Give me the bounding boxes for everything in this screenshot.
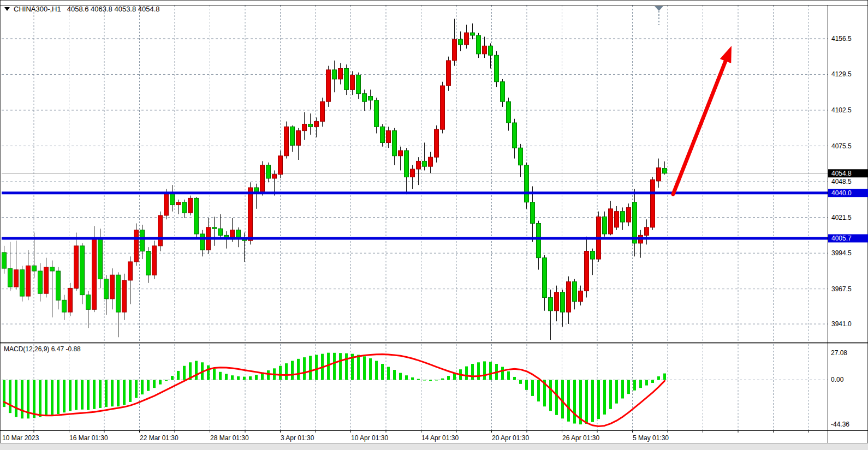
- bear-candle: [116, 275, 121, 312]
- macd-bar: [57, 380, 60, 414]
- bull-candle: [483, 46, 487, 54]
- bear-candle: [603, 217, 607, 234]
- macd-bar: [663, 374, 666, 380]
- price-axis-label: 3967.5: [831, 285, 852, 293]
- bear-candle: [561, 292, 565, 312]
- macd-bar: [483, 361, 486, 380]
- macd-bar: [447, 376, 450, 380]
- bear-candle: [621, 212, 625, 222]
- bear-candle: [200, 234, 205, 250]
- macd-bar: [183, 366, 186, 380]
- bear-candle: [56, 271, 61, 300]
- macd-bar: [303, 357, 306, 380]
- macd-axis-label: -44.36: [831, 421, 849, 428]
- bear-candle: [471, 33, 475, 35]
- macd-bar: [435, 380, 438, 380]
- macd-bar: [153, 380, 156, 388]
- price-axis-label: 4048.5: [831, 178, 852, 185]
- macd-axis-label: 27.08: [831, 349, 847, 357]
- macd-bar: [123, 380, 126, 405]
- bear-candle: [368, 97, 373, 100]
- bull-candle: [110, 275, 115, 299]
- macd-bar: [297, 359, 300, 380]
- price-axis-label: 4102.5: [831, 106, 852, 114]
- macd-bar: [423, 380, 426, 380]
- macd-bar: [357, 355, 360, 380]
- macd-bar: [429, 380, 432, 381]
- macd-bar: [147, 380, 150, 391]
- time-axis-label: 5 May 01:30: [633, 434, 669, 442]
- macd-bar: [549, 380, 552, 411]
- macd-bar: [375, 361, 378, 380]
- macd-bar: [21, 380, 23, 418]
- bear-candle: [218, 229, 223, 235]
- bull-candle: [417, 161, 421, 169]
- bear-candle: [573, 281, 577, 301]
- macd-bar: [267, 370, 270, 380]
- bull-candle: [92, 239, 97, 310]
- level-price-tag-text: 4005.7: [831, 235, 852, 242]
- macd-bar: [327, 353, 330, 380]
- bear-candle: [374, 100, 379, 127]
- bull-candle: [465, 33, 469, 45]
- bear-candle: [266, 165, 271, 178]
- chart-canvas[interactable]: 4156.54129.54102.54075.54048.54021.53994…: [0, 0, 868, 450]
- bull-candle: [441, 86, 445, 129]
- macd-bar: [345, 353, 348, 380]
- macd-bar: [657, 376, 660, 380]
- bull-candle: [453, 39, 457, 61]
- macd-bar: [105, 380, 108, 407]
- bear-candle: [591, 251, 595, 259]
- bear-candle: [98, 239, 103, 279]
- macd-bar: [477, 362, 480, 380]
- macd-bar: [555, 380, 558, 415]
- bull-candle: [585, 251, 589, 291]
- bear-candle: [308, 124, 313, 127]
- macd-bar: [129, 380, 132, 401]
- bear-candle: [254, 188, 259, 191]
- macd-bar: [471, 364, 474, 380]
- bear-candle: [194, 198, 199, 234]
- bear-candle: [236, 230, 241, 238]
- bear-candle: [344, 69, 349, 90]
- macd-bar: [603, 380, 606, 414]
- bear-candle: [459, 39, 463, 45]
- macd-bar: [39, 380, 41, 417]
- bear-candle: [182, 202, 187, 213]
- macd-bar: [531, 380, 534, 395]
- bull-candle: [435, 129, 439, 157]
- bear-candle: [2, 253, 7, 268]
- bull-candle: [657, 168, 661, 181]
- macd-bar: [513, 377, 516, 380]
- macd-bar: [87, 380, 90, 410]
- bull-candle: [320, 101, 325, 121]
- bear-candle: [32, 266, 37, 271]
- bear-candle: [537, 224, 541, 258]
- macd-bar: [585, 380, 588, 424]
- time-axis-label: 20 Apr 01:30: [492, 434, 529, 442]
- macd-bar: [93, 380, 96, 409]
- bear-candle: [80, 246, 85, 295]
- macd-bar: [207, 365, 210, 380]
- bear-candle: [381, 127, 385, 142]
- macd-bar: [195, 361, 198, 380]
- macd-bar: [369, 358, 372, 380]
- bull-candle: [26, 266, 31, 296]
- macd-bar: [75, 380, 78, 410]
- macd-bar: [249, 376, 252, 380]
- macd-bar: [177, 371, 180, 380]
- bull-candle: [399, 151, 403, 156]
- bull-candle: [188, 198, 193, 213]
- bear-candle: [501, 82, 505, 101]
- bear-candle: [212, 227, 217, 229]
- price-axis-label: 3941.0: [831, 320, 852, 328]
- macd-bar: [615, 380, 618, 403]
- macd-bar: [405, 375, 408, 380]
- bull-candle: [248, 188, 253, 241]
- bear-candle: [332, 70, 337, 79]
- bear-candle: [507, 101, 511, 123]
- level-price-tag-text: 4040.0: [831, 189, 852, 197]
- bear-candle: [663, 169, 667, 173]
- bull-candle: [645, 227, 649, 236]
- macd-bar: [159, 380, 162, 384]
